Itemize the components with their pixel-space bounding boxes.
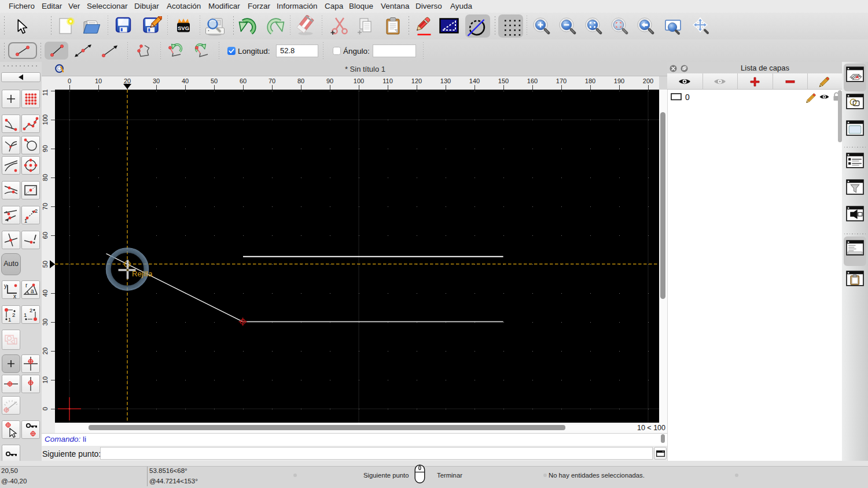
svg-text:2: 2 [30, 307, 32, 313]
svg-text:SVG: SVG [178, 25, 189, 31]
svg-text:2: 2 [12, 312, 15, 318]
svg-text:x: x [13, 293, 16, 299]
svg-text:r: r [25, 282, 28, 289]
svg-text:1: 1 [24, 218, 27, 224]
svg-text:y: y [4, 283, 7, 289]
svg-text:1: 1 [8, 316, 11, 323]
svg-text:Rejilla: Rejilla [132, 269, 153, 278]
svg-text:a: a [31, 288, 34, 294]
svg-text:2: 2 [35, 208, 38, 214]
svg-text:1: 1 [24, 312, 27, 318]
